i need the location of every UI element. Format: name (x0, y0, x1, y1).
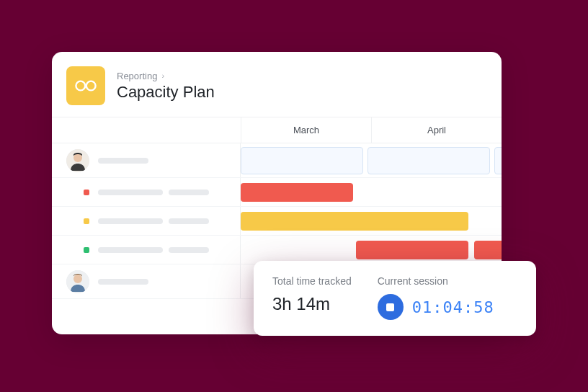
row-left (52, 236, 241, 264)
avatar-person-icon (66, 149, 89, 172)
task-bar-yellow[interactable] (241, 212, 468, 231)
task-bar-red-2[interactable] (356, 241, 468, 259)
header-titles: Reporting › Capacity Plan (117, 71, 215, 102)
row-timeline (241, 207, 502, 235)
svg-point-0 (76, 81, 85, 91)
task-dot-red (84, 190, 89, 195)
task-bar-red[interactable] (241, 183, 353, 202)
row-left (52, 178, 241, 206)
svg-point-3 (74, 153, 82, 162)
capacity-block[interactable] (241, 147, 363, 174)
name-placeholder (98, 158, 148, 164)
stop-button[interactable] (378, 294, 404, 320)
session-label: Current session (378, 275, 494, 287)
svg-point-1 (86, 81, 96, 91)
task-row (52, 207, 502, 236)
row-left (52, 143, 241, 177)
avatar-person-icon (66, 270, 89, 293)
page-title: Capacity Plan (117, 83, 215, 102)
task-bar-red-3[interactable] (474, 241, 502, 259)
total-time-value: 3h 14m (272, 294, 352, 314)
person-row (52, 143, 502, 178)
app-logo (66, 66, 105, 105)
task-dot-yellow (84, 218, 89, 224)
task-placeholder (98, 247, 209, 253)
breadcrumb[interactable]: Reporting › (117, 71, 215, 81)
task-placeholder (98, 190, 209, 195)
glasses-icon (74, 79, 97, 93)
timeline-left-spacer (52, 117, 241, 143)
header: Reporting › Capacity Plan (52, 52, 502, 117)
breadcrumb-label: Reporting (117, 71, 157, 81)
task-row (52, 178, 502, 207)
name-placeholder (98, 279, 148, 285)
task-dot-green (84, 247, 89, 253)
session-row: 01:04:58 (378, 294, 494, 320)
stop-icon (386, 303, 394, 311)
avatar[interactable] (66, 270, 89, 293)
timer-card: Total time tracked 3h 14m Current sessio… (254, 261, 536, 336)
capacity-block[interactable] (494, 147, 502, 174)
task-placeholder (98, 218, 209, 224)
timeline-header: March April (52, 117, 502, 143)
row-timeline (241, 236, 502, 264)
row-left (52, 207, 241, 235)
chevron-right-icon: › (161, 71, 164, 80)
row-timeline (241, 178, 502, 206)
total-time-col: Total time tracked 3h 14m (272, 275, 352, 321)
total-time-label: Total time tracked (272, 275, 352, 287)
svg-point-5 (74, 275, 82, 283)
task-row (52, 236, 502, 264)
session-col: Current session 01:04:58 (378, 275, 494, 321)
capacity-block[interactable] (368, 147, 490, 174)
row-timeline (241, 143, 502, 177)
month-april: April (371, 117, 502, 143)
avatar[interactable] (66, 149, 89, 172)
session-time-value: 01:04:58 (412, 298, 494, 316)
month-march: March (241, 117, 371, 143)
row-left (52, 264, 241, 298)
